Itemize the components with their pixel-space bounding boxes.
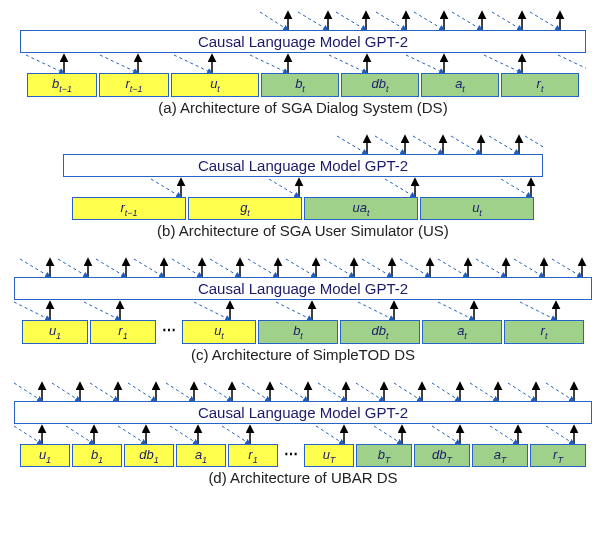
svg-line-25 [26,55,64,73]
svg-line-78 [324,259,354,277]
svg-line-42 [413,136,443,154]
token-rt: rt [501,73,579,97]
svg-line-147 [490,426,518,444]
svg-line-146 [432,426,460,444]
svg-line-10 [298,12,328,30]
token-row: u1b1db1a1r1⋯uTbTdbTaTrT [14,444,592,468]
bottom-arrows [20,53,596,73]
svg-line-140 [66,426,94,444]
token-bT: bT [356,444,412,468]
svg-line-16 [530,12,560,30]
token-rT: rT [530,444,586,468]
svg-line-32 [558,55,586,73]
svg-line-80 [400,259,430,277]
svg-line-125 [432,383,460,401]
top-arrows [14,257,596,277]
token-db1: db1 [124,444,174,468]
token-ut: ut [171,73,259,97]
svg-line-95 [276,302,312,320]
caption-b: (b) Architecture of SGA User Simulator (… [10,222,596,239]
caption-d: (d) Architecture of UBAR DS [10,469,596,486]
svg-line-26 [100,55,138,73]
token-uat: uat [304,197,418,221]
svg-line-93 [84,302,120,320]
token-bt: bt [261,73,339,97]
svg-line-117 [128,383,156,401]
svg-line-9 [260,12,288,30]
svg-line-98 [520,302,556,320]
svg-line-94 [194,302,230,320]
svg-line-141 [118,426,146,444]
bottom-arrows [63,177,596,197]
svg-line-144 [316,426,344,444]
token-at: at [422,320,502,344]
token-row: bt−1rt−1utbtdbtatrt [25,73,581,97]
token-r1: r1 [228,444,278,468]
ellipsis: ⋯ [280,444,302,468]
svg-line-29 [329,55,367,73]
svg-line-13 [414,12,444,30]
token-dbt: dbt [340,320,420,344]
token-rt: rt [504,320,584,344]
svg-line-116 [90,383,118,401]
svg-line-142 [170,426,198,444]
model-box: Causal Language Model GPT-2 [14,401,592,424]
svg-line-124 [394,383,422,401]
token-u1: u1 [20,444,70,468]
token-at: at [421,73,499,97]
svg-line-14 [452,12,482,30]
svg-line-70 [20,259,50,277]
svg-line-53 [385,179,415,197]
token-dbt: dbt [341,73,419,97]
svg-line-115 [52,383,80,401]
token-uT: uT [304,444,354,468]
svg-line-27 [174,55,212,73]
svg-line-127 [508,383,536,401]
token-rt−1: rt−1 [72,197,186,221]
token-bt−1: bt−1 [27,73,97,97]
svg-line-54 [501,179,531,197]
svg-line-119 [204,383,232,401]
svg-line-51 [151,179,181,197]
svg-line-81 [438,259,468,277]
token-b1: b1 [72,444,122,468]
svg-line-74 [172,259,202,277]
svg-line-97 [438,302,474,320]
bottom-arrows [14,424,596,444]
svg-line-15 [492,12,522,30]
caption-a: (a) Architecture of SGA Dialog System (D… [10,99,596,116]
svg-line-82 [476,259,506,277]
svg-line-143 [222,426,250,444]
panel-b: Causal Language Model GPT-2rt−1gtuatut(b… [10,134,596,240]
svg-line-11 [336,12,366,30]
svg-line-44 [489,136,519,154]
model-box: Causal Language Model GPT-2 [14,277,592,300]
svg-line-30 [406,55,444,73]
token-gt: gt [188,197,302,221]
svg-line-73 [134,259,164,277]
svg-line-83 [514,259,544,277]
token-r1: r1 [90,320,156,344]
svg-line-84 [552,259,582,277]
panel-c: Causal Language Model GPT-2u1r1⋯utbtdbta… [10,257,596,363]
svg-line-122 [318,383,346,401]
svg-line-96 [358,302,394,320]
top-arrows [20,10,596,30]
token-ut: ut [420,197,534,221]
svg-line-41 [375,136,405,154]
svg-line-126 [470,383,498,401]
svg-line-75 [210,259,240,277]
svg-line-12 [376,12,406,30]
token-ut: ut [182,320,256,344]
svg-line-77 [286,259,316,277]
token-u1: u1 [22,320,88,344]
svg-line-123 [356,383,384,401]
token-a1: a1 [176,444,226,468]
model-box: Causal Language Model GPT-2 [63,154,543,177]
svg-line-92 [14,302,50,320]
svg-line-114 [14,383,42,401]
svg-line-79 [362,259,392,277]
svg-line-40 [337,136,367,154]
svg-line-121 [280,383,308,401]
svg-line-31 [484,55,522,73]
